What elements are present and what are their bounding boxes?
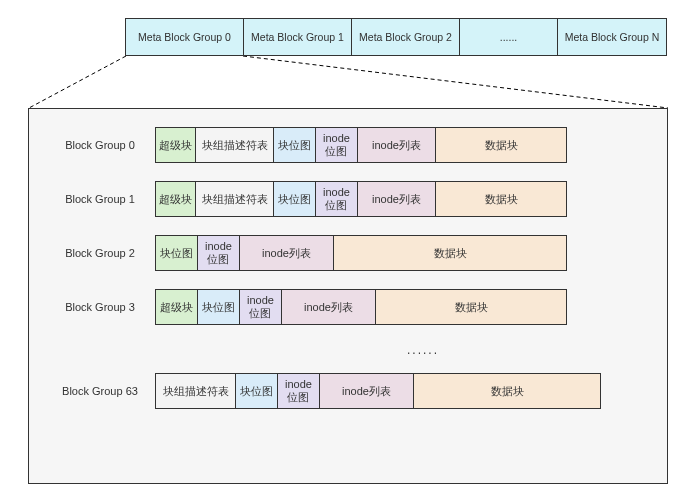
cell-block-bitmap: 块位图: [236, 374, 278, 408]
meta-group-2: Meta Block Group 2: [352, 19, 460, 55]
bg-label-1: Block Group 1: [45, 193, 155, 205]
cell-inode-list: inode列表: [358, 182, 436, 216]
cell-block-bitmap: 块位图: [274, 128, 316, 162]
bg-label-3: Block Group 3: [45, 301, 155, 313]
bg-cells: 块位图 inode 位图 inode列表 数据块: [155, 235, 567, 271]
cell-superblock: 超级块: [156, 128, 196, 162]
cell-superblock: 超级块: [156, 182, 196, 216]
cell-superblock: 超级块: [156, 290, 198, 324]
cell-data-block: 数据块: [436, 128, 566, 162]
block-group-row: Block Group 0 超级块 块组描述符表 块位图 inode 位图 in…: [45, 127, 651, 163]
cell-block-bitmap: 块位图: [274, 182, 316, 216]
cell-inode-list: inode列表: [320, 374, 414, 408]
cell-data-block: 数据块: [414, 374, 600, 408]
cell-inode-bitmap: inode 位图: [278, 374, 320, 408]
cell-inode-bitmap: inode 位图: [316, 182, 358, 216]
bg-cells: 超级块 块组描述符表 块位图 inode 位图 inode列表 数据块: [155, 127, 567, 163]
meta-group-1: Meta Block Group 1: [244, 19, 352, 55]
block-group-row: Block Group 3 超级块 块位图 inode 位图 inode列表 数…: [45, 289, 651, 325]
cell-inode-list: inode列表: [358, 128, 436, 162]
connector-lines: [0, 56, 696, 116]
cell-group-desc: 块组描述符表: [196, 182, 274, 216]
bg-label-63: Block Group 63: [45, 385, 155, 397]
rows-ellipsis: ......: [195, 343, 651, 359]
cell-inode-bitmap: inode 位图: [316, 128, 358, 162]
bg-cells: 超级块 块位图 inode 位图 inode列表 数据块: [155, 289, 567, 325]
block-group-row: Block Group 1 超级块 块组描述符表 块位图 inode 位图 in…: [45, 181, 651, 217]
cell-inode-bitmap: inode 位图: [198, 236, 240, 270]
bg-label-2: Block Group 2: [45, 247, 155, 259]
meta-block-row: Meta Block Group 0 Meta Block Group 1 Me…: [125, 18, 667, 56]
meta-ellipsis: ......: [460, 19, 558, 55]
svg-line-1: [243, 56, 668, 108]
cell-data-block: 数据块: [436, 182, 566, 216]
cell-inode-list: inode列表: [282, 290, 376, 324]
block-group-panel: Block Group 0 超级块 块组描述符表 块位图 inode 位图 in…: [28, 108, 668, 484]
block-group-row: Block Group 2 块位图 inode 位图 inode列表 数据块: [45, 235, 651, 271]
svg-line-0: [29, 56, 126, 108]
cell-block-bitmap: 块位图: [198, 290, 240, 324]
cell-group-desc: 块组描述符表: [156, 374, 236, 408]
cell-block-bitmap-alt: 块位图: [156, 236, 198, 270]
cell-inode-list: inode列表: [240, 236, 334, 270]
cell-data-block: 数据块: [376, 290, 566, 324]
bg-cells: 块组描述符表 块位图 inode 位图 inode列表 数据块: [155, 373, 601, 409]
meta-group-0: Meta Block Group 0: [126, 19, 244, 55]
bg-label-0: Block Group 0: [45, 139, 155, 151]
cell-inode-bitmap: inode 位图: [240, 290, 282, 324]
bg-cells: 超级块 块组描述符表 块位图 inode 位图 inode列表 数据块: [155, 181, 567, 217]
block-group-row: Block Group 63 块组描述符表 块位图 inode 位图 inode…: [45, 373, 651, 409]
cell-data-block: 数据块: [334, 236, 566, 270]
cell-group-desc: 块组描述符表: [196, 128, 274, 162]
meta-group-n: Meta Block Group N: [558, 19, 666, 55]
